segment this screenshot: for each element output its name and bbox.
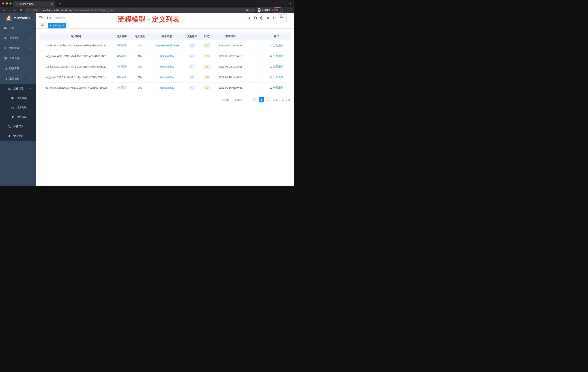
navbar-actions: ? TT ▾ <box>247 13 290 23</box>
definition-name-link[interactable]: OA 请假 <box>117 44 126 47</box>
sidebar-item-label: 支付管理 <box>9 47 20 50</box>
cell-definition-name[interactable]: OA 请假 <box>113 61 131 72</box>
cell-deploy-time: 2022-01-22 21:48:38 <box>214 40 247 51</box>
user-icon <box>270 65 272 68</box>
sidebar-item-task-management[interactable]: 任务管理 <box>0 122 36 131</box>
cell-definition-name[interactable]: OA 请假 <box>113 51 131 61</box>
reload-button[interactable]: ↻ <box>13 7 18 13</box>
favicon-plant-icon <box>15 3 18 5</box>
minimize-window-button[interactable] <box>6 2 8 5</box>
cell-definition-name[interactable]: OA 请假 <box>113 72 131 82</box>
user-icon <box>270 55 272 57</box>
cell-status: 激活 <box>200 40 214 51</box>
font-size-icon[interactable]: TT <box>273 16 276 20</box>
cell-form-info[interactable]: /bpm/oa/flow <box>149 82 185 93</box>
assign-rule-link[interactable]: 分配规则 <box>270 86 283 89</box>
sidebar-item-label: 任务管理 <box>13 125 23 128</box>
tag-label: 首页 <box>41 24 45 27</box>
assign-rule-link[interactable]: 分配规则 <box>270 76 283 79</box>
url-divider <box>40 9 40 11</box>
search-icon[interactable] <box>247 16 251 20</box>
page-1-button[interactable]: 1 <box>259 97 264 102</box>
breadcrumb-home[interactable]: 首页 <box>46 16 51 20</box>
tag-process-definition[interactable]: 流程定义 × <box>48 23 66 28</box>
definition-table: 定义编号定义名称定义分类表单信息流程版本状态部署时间操作 oa_leave:5:… <box>40 33 290 93</box>
column-header-7 <box>247 33 263 40</box>
cell-definition-name[interactable]: OA 请假 <box>113 40 131 51</box>
next-page-button[interactable] <box>265 97 270 102</box>
tag-close-icon[interactable]: × <box>63 24 64 27</box>
cell-deploy-time: 2022-01-16 17:46:53 <box>214 72 247 82</box>
zoom-window-button[interactable] <box>10 2 12 5</box>
bookmark-star-icon[interactable]: ☆ <box>251 8 253 12</box>
url-path[interactable]: /bpm/manager/definition?key=oa_leave <box>73 9 114 11</box>
sidebar-item-payment[interactable]: ¥ 支付管理 <box>0 43 36 53</box>
github-icon[interactable] <box>254 16 257 20</box>
close-window-button[interactable] <box>2 2 4 5</box>
goto-page-input[interactable] <box>279 97 286 102</box>
definition-name-link[interactable]: OA 请假 <box>117 55 126 58</box>
form-info-link[interactable]: /bpm/oa/flow <box>160 65 174 68</box>
tab-search-icon[interactable]: ⌄ <box>289 1 292 4</box>
version-badge: v4 <box>189 54 195 58</box>
sidebar-item-workflow[interactable]: 工作流程 <box>0 74 36 84</box>
sidebar-item-process-management[interactable]: 流程管理 <box>0 84 36 93</box>
cell-form-info[interactable]: /bpm/oa/flow <box>149 72 185 82</box>
form-info-link[interactable]: /bpm/oa/flow <box>160 55 174 57</box>
assign-rule-link[interactable]: 分配规则 <box>270 44 283 47</box>
sidebar-item-devtools[interactable]: 研发工具 <box>0 64 36 74</box>
fullscreen-icon[interactable] <box>266 16 270 20</box>
form-info-link[interactable]: /bpm/oa/flow <box>160 86 174 89</box>
cell-action[interactable]: 分配规则 <box>263 51 290 61</box>
cell-action[interactable]: 分配规则 <box>263 40 290 51</box>
assign-rule-link[interactable]: 分配规则 <box>270 55 283 58</box>
sidebar-item-system[interactable]: 系统管理 <box>0 33 36 43</box>
forward-button[interactable]: → <box>7 7 12 13</box>
form-info-link[interactable]: /bpm/oa/leave/create <box>155 44 179 47</box>
prev-page-button[interactable] <box>252 97 257 102</box>
cell-action[interactable]: 分配规则 <box>263 82 290 93</box>
sidebar-item-leave-query[interactable]: 请假查询 <box>0 131 36 141</box>
assign-rule-link[interactable]: 分配规则 <box>270 65 283 68</box>
window-controls[interactable] <box>2 2 12 5</box>
address-bar[interactable]: 不安全 dashboard.yudao.iocoder.cn/bpm/manag… <box>25 8 256 12</box>
cell-definition-id: oa_leave:5:004b710b-7b8a-11ec-8ef0-acde4… <box>40 40 113 51</box>
url-host[interactable]: dashboard.yudao.iocoder.cn <box>42 9 72 11</box>
cell-action[interactable]: 分配规则 <box>263 61 290 72</box>
sidebar-toggle-icon[interactable] <box>39 16 43 20</box>
browser-tab[interactable]: 芋道管理系统 × <box>13 1 55 7</box>
form-info-link[interactable]: /bpm/oa/flow <box>160 76 174 79</box>
sidebar-item-infrastructure[interactable]: 基础设施 <box>0 53 36 64</box>
home-button[interactable] <box>18 7 23 13</box>
help-icon[interactable]: ? <box>260 16 264 20</box>
app-logo[interactable]: 芋道管理系统 <box>0 13 36 23</box>
cell-definition-id: oa_leave:3:1fad3d93-7b75-11ec-a3c8-acde4… <box>40 61 113 72</box>
avatar-caret-icon[interactable]: ▾ <box>289 17 290 19</box>
tag-home[interactable]: 首页 <box>39 23 47 28</box>
tab-close-icon[interactable]: × <box>51 2 53 5</box>
sidebar-item-process-form[interactable]: 流程表单 <box>0 93 36 103</box>
breadcrumb-separator: / <box>53 17 54 20</box>
definition-name-link[interactable]: OA 请假 <box>117 65 126 68</box>
sidebar-item-user-group[interactable]: 用户分组 <box>0 103 36 112</box>
sidebar-item-process-model[interactable]: 流程模型 <box>0 112 36 122</box>
avatar[interactable] <box>279 14 286 22</box>
cell-form-info[interactable]: /bpm/oa/leave/create <box>149 40 185 51</box>
cell-definition-id: oa_leave:2:3c1f0ef1-76b1-11ec-9c66-a2380… <box>40 72 113 82</box>
back-button[interactable]: ← <box>1 7 7 13</box>
cell-definition-name[interactable]: OA 请假 <box>113 82 131 93</box>
cell-form-info[interactable]: /bpm/oa/flow <box>149 61 185 72</box>
new-tab-button[interactable]: + <box>58 1 62 6</box>
sidebar-item-home[interactable]: 首页 <box>0 23 36 33</box>
page-size-select[interactable]: 10条/页 <box>232 97 249 102</box>
password-key-icon[interactable] <box>246 9 250 11</box>
status-badge: 激活 <box>203 43 211 48</box>
definition-name-link[interactable]: OA 请假 <box>117 76 126 79</box>
menu-dots-icon[interactable]: ⋮ <box>279 9 282 11</box>
warning-icon[interactable] <box>27 9 30 11</box>
security-label[interactable]: 不安全 <box>31 9 38 12</box>
update-browser-button[interactable]: 更新 ⋮ <box>272 8 283 13</box>
cell-action[interactable]: 分配规则 <box>263 72 290 82</box>
cell-form-info[interactable]: /bpm/oa/flow <box>149 51 185 61</box>
definition-name-link[interactable]: OA 请假 <box>117 86 126 89</box>
